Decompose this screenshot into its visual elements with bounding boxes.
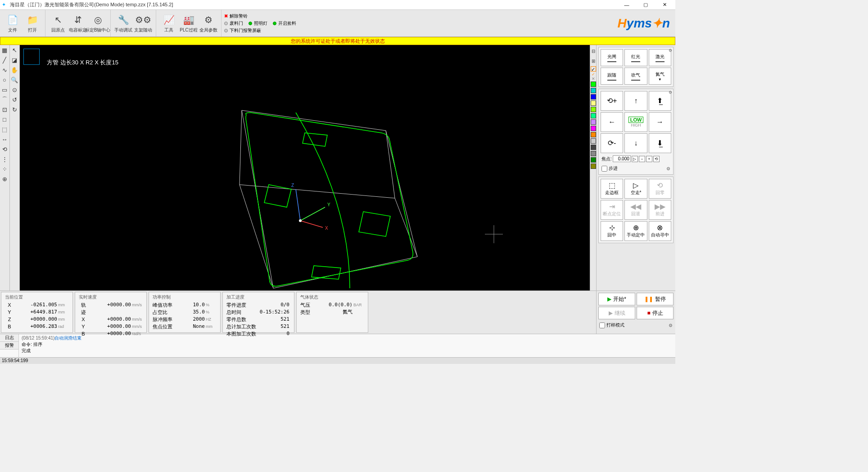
jog-left-button[interactable]: ← <box>601 112 623 132</box>
focus-input[interactable] <box>613 155 631 162</box>
arc-tool[interactable]: ⌒ <box>0 95 9 104</box>
color-swatch[interactable] <box>591 82 596 87</box>
gears-icon: ⚙⚙ <box>137 14 149 26</box>
support-follow-button[interactable]: ⚙⚙支架随动 <box>133 11 153 36</box>
follow-button[interactable]: 跟随 <box>601 68 623 85</box>
color-swatch[interactable] <box>591 88 596 93</box>
rotate-cw-button[interactable]: ⟳- <box>601 133 623 153</box>
select-tool[interactable]: ◪ <box>10 55 19 64</box>
3d-viewport[interactable]: 方管 边长30 X R2 X 长度15 X Y <box>20 45 590 290</box>
forward-button[interactable]: ▶▶前进 <box>649 200 671 220</box>
color-swatch[interactable] <box>591 107 596 112</box>
origin-button[interactable]: ↖回原点 <box>48 11 68 36</box>
shutter-button[interactable]: 光闸 <box>601 49 623 66</box>
continue-button[interactable]: ▶继续 <box>598 307 635 319</box>
gear-icon[interactable]: ⚙ <box>669 48 672 53</box>
zero-icon: ⟲ <box>657 182 663 189</box>
speed-toggle-button[interactable]: LOWHIGH <box>624 112 647 132</box>
zero-button[interactable]: ⟲回零 <box>649 179 671 199</box>
pointer-tool[interactable]: ↖ <box>10 45 19 54</box>
rotate-tool[interactable]: ⟲ <box>0 145 9 154</box>
color-swatch[interactable] <box>591 113 596 118</box>
color-swatch[interactable] <box>591 94 596 100</box>
origin-icon: ↖ <box>52 14 64 26</box>
plc-button[interactable]: 🏭PLC过程 <box>179 11 199 36</box>
blow-button[interactable]: 吹气 <box>624 68 647 85</box>
color-swatch[interactable] <box>591 132 596 137</box>
frame-button[interactable]: ⬚走边框 <box>601 179 623 199</box>
jog-right-button[interactable]: → <box>649 112 671 132</box>
zoomfit-tool[interactable]: ⊙ <box>10 85 19 94</box>
maximize-button[interactable]: ▢ <box>637 0 655 9</box>
center-button[interactable]: ⊹回中 <box>601 221 623 241</box>
focus-plus-button[interactable]: + <box>646 156 652 162</box>
clear-alarm-label[interactable]: 解除警铃 <box>230 13 248 19</box>
color-swatch[interactable] <box>591 138 596 144</box>
color-swatch[interactable] <box>591 126 596 131</box>
auto-center-button[interactable]: ⊗自动寻中 <box>649 221 671 241</box>
alarm-tab[interactable]: 报警 <box>0 342 18 349</box>
left-tool-palette-1: ▦ ╱ ∿ ○ ▭ ⌒ ⊡ □ ⬚ ↔ ⟲ ⋮ ⁘ ⊕ <box>0 45 10 290</box>
jog-up-button[interactable]: ↑ <box>624 91 647 111</box>
measure-tool[interactable]: ⊕ <box>0 174 9 183</box>
layer-x[interactable]: ✕ <box>592 77 595 81</box>
color-swatch[interactable] <box>591 145 596 150</box>
play-icon: ▷ <box>633 182 638 189</box>
color-swatch[interactable] <box>591 100 596 106</box>
manual-debug-button[interactable]: 🔧手动调试 <box>113 11 133 36</box>
focus-reset-button[interactable]: ⟲ <box>653 156 660 162</box>
focus-go-button[interactable]: ▷ <box>632 156 638 162</box>
red-light-button[interactable]: 红光 <box>624 49 647 66</box>
circle-tool[interactable]: ○ <box>0 75 9 84</box>
stop-button[interactable]: ■停止 <box>637 307 674 319</box>
focus-minus-button[interactable]: − <box>639 156 645 162</box>
global-params-button[interactable]: ⚙全局参数 <box>199 11 218 36</box>
nitrogen-button[interactable]: 氮气▼ <box>649 68 671 85</box>
pan-tool[interactable]: ✋ <box>10 65 19 74</box>
color-swatch[interactable] <box>591 157 596 163</box>
gear-icon[interactable]: ⚙ <box>669 323 673 328</box>
z-down-button[interactable]: ⬇̲ <box>649 133 671 153</box>
layer-check[interactable]: ✓ <box>591 66 596 72</box>
gear-icon[interactable]: ⚙ <box>666 166 670 171</box>
zoom-tool[interactable]: 🔍 <box>10 75 19 84</box>
pattern-tool[interactable]: ⁘ <box>0 164 9 173</box>
jog-down-button[interactable]: ↓ <box>624 133 647 153</box>
move-tool[interactable]: ↔ <box>0 135 9 144</box>
step-checkbox[interactable] <box>601 166 607 172</box>
breakpoint-button[interactable]: ⇥断点定位 <box>601 200 623 220</box>
tools-button[interactable]: 📈工具 <box>159 11 179 36</box>
manual-center-button[interactable]: ⊕手动定中 <box>624 221 647 241</box>
pause-button[interactable]: ❚❚暂停 <box>637 293 674 305</box>
baxis-button[interactable]: ◎标定B轴中心 <box>88 11 108 36</box>
dash-rect-tool[interactable]: ⬚ <box>0 125 9 134</box>
dots-tool[interactable]: ⋮ <box>0 154 9 163</box>
color-swatch[interactable] <box>591 151 596 156</box>
open-button[interactable]: 📁打开 <box>23 11 42 36</box>
rect-tool[interactable]: ▭ <box>0 85 9 94</box>
curve-tool[interactable]: ∿ <box>0 65 9 74</box>
rotate-ccw-button[interactable]: ⟲+ <box>601 91 623 111</box>
z-up-button[interactable]: ⬆̲ <box>649 91 671 111</box>
close-button[interactable]: ✕ <box>656 0 674 9</box>
redo-tool[interactable]: ↻ <box>10 105 19 114</box>
file-button[interactable]: 📄文件 <box>3 11 23 36</box>
log-tab[interactable]: 日志 <box>0 334 18 342</box>
color-swatch[interactable] <box>591 163 596 169</box>
square-tool[interactable]: □ <box>0 115 9 124</box>
line-tool[interactable]: ╱ <box>0 55 9 64</box>
grid-icon[interactable]: ▦ <box>0 45 9 54</box>
play-icon: ▶ <box>609 310 613 316</box>
sample-mode-checkbox[interactable] <box>599 322 605 328</box>
color-swatch[interactable] <box>591 119 596 125</box>
start-button[interactable]: ▶开始* <box>598 293 635 305</box>
gear-icon[interactable]: ⚙ <box>669 90 672 95</box>
layer-check2[interactable]: ✓ <box>592 72 595 77</box>
undo-tool[interactable]: ↺ <box>10 95 19 104</box>
minimize-button[interactable]: — <box>618 0 636 9</box>
back-button[interactable]: ◀◀回退 <box>624 200 647 220</box>
footer-timestamp: 15:59:54:199 <box>2 358 28 363</box>
laser-button[interactable]: 激光 <box>649 49 671 66</box>
text-tool[interactable]: ⊡ <box>0 105 9 114</box>
dry-run-button[interactable]: ▷空走* <box>624 179 647 199</box>
